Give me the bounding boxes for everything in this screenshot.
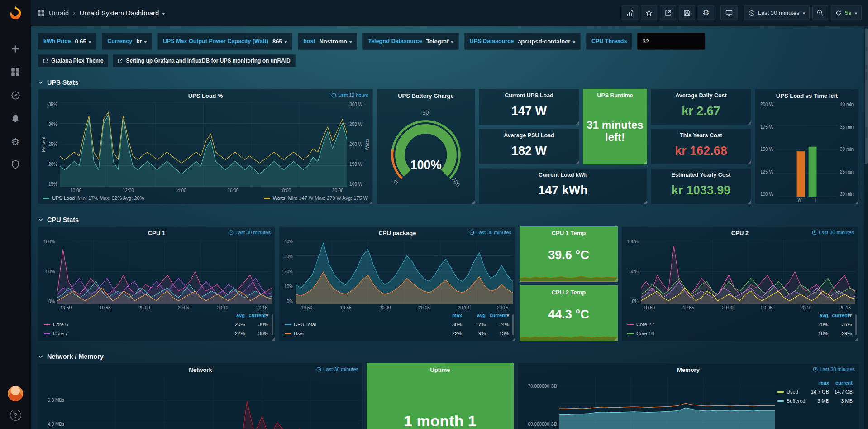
dashboards-grid-icon[interactable] [10,67,21,77]
legend-entry[interactable]: Core 6 [44,322,221,327]
panel-cpu-1-temp: CPU 1 Temp 39.6 °C [520,226,618,282]
chevron-down-icon [38,80,43,85]
share-dashboard-button[interactable] [660,5,676,20]
legend-row: Core 6 20% 30% [44,320,268,329]
variable-value: kr [136,38,147,45]
legend-entry[interactable]: Buffered [777,398,806,404]
cpu-threads-input[interactable] [637,33,705,50]
cycle-view-mode-button[interactable] [720,5,738,20]
grafana-logo[interactable] [6,5,25,24]
legend-row: CPU Total 38% 17% 24% [285,320,509,329]
scrollbar-thumb[interactable] [865,28,868,164]
user-avatar[interactable] [8,386,23,401]
legend-entry[interactable]: Core 22 [627,322,805,327]
legend-entry[interactable]: WattsMin: 147 W Max: 278 W Avg: 175 W [264,195,368,201]
variable-label: host [303,38,315,44]
panel-ups-battery-charge: UPS Battery Charge 050100 100% [377,89,475,204]
panel-title[interactable]: Estimated Yearly Cost [651,169,751,179]
legend-entry[interactable]: Core 7 [44,331,221,336]
add-panel-button[interactable] [622,5,638,20]
memory-plot[interactable] [559,376,775,429]
server-admin-shield-icon[interactable] [10,159,21,170]
legend-sort-current[interactable]: current [486,313,509,318]
save-dashboard-button[interactable] [679,5,695,20]
link-ups-monitoring-guide[interactable]: Setting up Grafana and InfluxDB for UPS … [113,54,295,67]
refresh-picker[interactable]: 5s [831,5,862,20]
caret-down-icon [506,313,509,318]
zoom-out-time-button[interactable] [812,5,828,20]
variable-ups-datasource[interactable]: UPS Datasource apcupsd-container [464,33,581,50]
variable-currency[interactable]: Currency kr [102,33,152,50]
star-dashboard-button[interactable] [641,5,657,20]
cpu2-plot[interactable] [641,240,855,304]
panel-title[interactable]: Uptime [367,363,513,375]
variable-label: Currency [107,38,132,44]
legend-entry[interactable]: CPU Total [285,322,439,327]
breadcrumb-root[interactable]: Unraid [49,9,69,17]
cpu-stats-panels: CPU 1 Last 30 minutes 100%50%0% 19:5019:… [38,226,861,341]
variable-kwh-price[interactable]: kWh Price 0.65 [38,33,96,50]
variable-host[interactable]: host Nostromo [298,33,357,50]
network-plot[interactable] [67,376,360,429]
gauge-value: 100% [381,158,471,172]
clock-icon [331,93,336,98]
legend-entry[interactable]: User [285,331,439,336]
legend-scrollbar[interactable] [512,314,514,335]
panel-title[interactable]: CPU 1 Temp [520,227,617,238]
ups-load-plot[interactable] [60,102,347,187]
row-header-cpu-stats[interactable]: CPU Stats [38,216,861,223]
configuration-gear-icon[interactable]: ⚙ [10,136,21,147]
time-range-picker[interactable]: Last 30 minutes [744,5,810,20]
panel-time-label: Last 30 minutes [316,366,358,372]
legend-sort-current[interactable]: current [245,313,268,318]
row-header-network-memory[interactable]: Network / Memory [38,353,861,360]
help-icon[interactable]: ? [10,410,21,421]
dashboard-title[interactable]: Unraid System Dashboard [80,9,165,17]
monitor-icon [725,10,733,17]
legend-sort-current[interactable]: current [828,313,852,318]
legend-entry[interactable]: Core 16 [627,331,805,336]
cpu-package-plot[interactable] [296,240,513,304]
variable-cpu-threads-label: CPU Threads [586,33,632,50]
grafana-flame-icon [6,5,24,23]
dashboard-settings-button[interactable]: ⚙ [698,5,714,20]
panel-title[interactable]: Average Daily Cost [651,89,751,100]
panel-title[interactable]: UPS Runtime [583,89,647,100]
panel-uptime: Uptime 1 month 1 [367,363,514,429]
panel-time-label: Last 30 minutes [813,366,855,372]
row-header-ups-stats[interactable]: UPS Stats [38,79,861,86]
breadcrumb-separator: › [73,9,75,17]
panel-time-label: Last 30 minutes [229,230,271,235]
variable-telegraf-datasource[interactable]: Telegraf Datasource Telegraf [362,33,458,50]
panel-title[interactable]: Current Load kWh [479,169,647,179]
y-axis-left: 35%30%25%20%15% [46,102,60,187]
x-axis: 19:5019:5520:0020:0520:1020:15 [279,304,515,311]
load-vs-time-plot[interactable] [776,102,838,197]
panel-title[interactable]: UPS Load % [38,89,372,101]
legend-scrollbar[interactable] [272,314,273,335]
legend-entry[interactable]: UPS LoadMin: 17% Max: 32% Avg: 20% [43,195,144,201]
variable-ups-max-output[interactable]: UPS Max Output Power Capacity (Watt) 865 [157,33,292,50]
alerting-bell-icon[interactable] [10,113,21,124]
legend-entry[interactable]: Used [777,389,806,395]
panel-title[interactable]: Memory [518,363,859,375]
panel-title[interactable]: Network [38,363,362,375]
panel-title[interactable]: UPS Load vs Time left [755,89,858,101]
cpu1-plot[interactable] [57,240,272,304]
panel-ups-load-percent: UPS Load % Last 12 hours Percent 35%30%2… [38,89,373,204]
stat-value: 147 kWh [479,179,647,204]
panel-title[interactable]: This Years Cost [651,129,751,140]
create-plus-icon[interactable] [10,43,21,54]
link-grafana-plex-theme[interactable]: Grafana Plex Theme [38,54,108,67]
panel-title[interactable]: Current UPS Load [479,89,579,100]
panel-title[interactable]: UPS Battery Charge [377,89,475,101]
explore-compass-icon[interactable] [10,90,21,101]
legend-scrollbar[interactable] [855,314,857,335]
y-axis-right: 40 min35 min30 min25 min20 min [838,102,856,197]
panel-title[interactable]: CPU 2 Temp [520,286,617,297]
external-link-icon [118,58,123,63]
chevron-down-icon [38,217,43,222]
panel-title[interactable]: Average PSU Load [479,129,579,140]
legend-row: Core 22 20% 35% [627,320,852,329]
sidebar-nav: ⚙ [10,43,21,170]
